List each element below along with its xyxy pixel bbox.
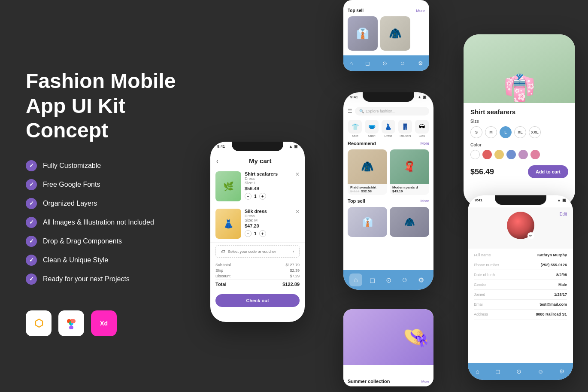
nav-bookmark-browse[interactable]: ◻	[366, 273, 379, 286]
profile-nav-cart[interactable]: ⊙	[516, 368, 521, 375]
qty-minus-1[interactable]: −	[245, 193, 252, 200]
size-options: S M L XL XXL	[470, 126, 568, 138]
cart-item-size-2: Size: M	[245, 218, 292, 222]
check-icon-5	[26, 236, 37, 247]
add-to-cart-button[interactable]: Add to cart	[528, 165, 568, 178]
cart-item-size-1: Size: L	[245, 181, 292, 185]
product-card-1[interactable]: 🧥 Plaid sweatshirt $42.18 $32.58	[348, 149, 387, 195]
topsell-nav-home[interactable]: ⌂	[349, 60, 353, 67]
cart-title: My cart	[222, 157, 299, 164]
cat-trousers[interactable]: 👖 Trousers	[397, 120, 412, 137]
ship-label: Ship	[215, 268, 223, 273]
status-time-cart: 9:41	[217, 144, 225, 149]
nav-user-browse[interactable]: ☺	[398, 273, 411, 286]
color-pink[interactable]	[518, 150, 528, 159]
cart-voucher[interactable]: 🏷 Select your code or voucher ›	[215, 245, 300, 258]
search-bar[interactable]: 🔍 Explore fashion...	[355, 107, 429, 115]
cart-back-btn[interactable]: ‹	[216, 158, 218, 164]
phone-detail: 👘 Shirt seafarers Size S M L XL XXL Colo…	[464, 34, 575, 206]
topsell-nav-cart[interactable]: ⊙	[382, 60, 387, 67]
detail-product-name: Shirt seafarers	[470, 108, 568, 115]
size-XXL[interactable]: XXL	[529, 126, 541, 138]
topsell-nav-bookmark[interactable]: ◻	[365, 60, 370, 67]
size-XL[interactable]: XL	[514, 126, 526, 138]
category-row: 👕 Shirt 🩲 Short 👗 Dress 👖 Trousers 🕶 Gla…	[343, 118, 433, 139]
cart-remove-1[interactable]: ✕	[295, 171, 300, 201]
color-white[interactable]	[470, 150, 480, 159]
field-value-phone: (252) 555-0126	[540, 263, 567, 267]
check-icon-6	[26, 255, 37, 266]
size-M[interactable]: M	[485, 126, 497, 138]
product-grid: 🧥 Plaid sweatshirt $42.18 $32.58 🧣 Moder…	[343, 148, 433, 197]
color-red[interactable]	[482, 150, 492, 159]
color-label: Color	[470, 143, 568, 147]
cat-icon-glasses: 🕶	[415, 120, 429, 134]
size-S[interactable]: S	[470, 126, 482, 138]
phone-status-browse: 9:41 ▲ ▣	[343, 95, 433, 99]
profile-field-gender: Gender Male	[474, 280, 567, 290]
cat-dress[interactable]: 👗 Dress	[381, 120, 396, 137]
avatar-edit-icon[interactable]: ✏	[527, 232, 534, 239]
product-person-img: 👘	[503, 73, 536, 103]
qty-plus-1[interactable]: +	[259, 193, 266, 200]
nav-home-browse[interactable]: ⌂	[349, 273, 362, 286]
topsell-bottom-nav: ⌂ ◻ ⊙ ☺ ⚙	[343, 55, 429, 71]
product-price-1: $32.58	[361, 189, 371, 193]
topsell-card-sm-2[interactable]: 🧥	[380, 16, 410, 51]
topsell-more-small[interactable]: More	[416, 9, 425, 13]
field-label-email: Email	[474, 302, 484, 307]
topsell-nav-settings[interactable]: ⚙	[418, 60, 423, 67]
field-label-dob: Date of birth	[474, 273, 495, 277]
profile-bottom-nav: ⌂ ◻ ⊙ ☺ ⚙	[468, 363, 573, 380]
profile-nav-bookmark[interactable]: ◻	[495, 368, 500, 375]
color-hotpink[interactable]	[530, 150, 540, 159]
phone-profile: 9:41 ▲ ▣ Edit ✏ Full name Kathryn Murphy…	[468, 195, 573, 380]
qty-plus-2[interactable]: +	[259, 230, 266, 237]
tool-icons: ⬡ Xd	[26, 310, 210, 336]
cat-short[interactable]: 🩲 Short	[364, 120, 379, 137]
topsell-label-small: Top sell	[348, 8, 364, 13]
topsell-card-sm-1[interactable]: 👔	[348, 16, 378, 51]
cat-label-shirt: Shirt	[352, 134, 358, 137]
topsell-header-small: Top sell More	[343, 6, 429, 15]
size-L[interactable]: L	[500, 126, 512, 138]
cat-label-trousers: Trousers	[399, 134, 411, 137]
top-sell-card-1[interactable]: 👔	[348, 207, 387, 237]
phone-cart: 9:41 ▲ ▣ ‹ My cart 🌿 Shirt seafarers Dre…	[210, 142, 305, 322]
recommend-header: Recommend More	[343, 139, 433, 148]
profile-nav-settings[interactable]: ⚙	[559, 368, 565, 375]
detail-product-image: 👘	[464, 34, 575, 103]
profile-nav-user[interactable]: ☺	[537, 368, 543, 375]
feature-text-7: Ready for your next Projects	[43, 275, 130, 283]
qty-minus-2[interactable]: −	[245, 230, 252, 237]
checkout-button[interactable]: Check out	[215, 294, 300, 307]
summer-more[interactable]: More	[421, 380, 429, 383]
topsell-nav-user[interactable]: ☺	[400, 60, 405, 67]
feature-text-2: Free Google Fonts	[43, 181, 100, 188]
profile-edit-btn[interactable]: Edit	[560, 212, 567, 216]
product-card-2[interactable]: 🧣 Modern pants d $43.19	[390, 149, 429, 195]
nav-settings-browse[interactable]: ⚙	[415, 273, 427, 286]
recommend-more[interactable]: More	[420, 141, 429, 146]
nav-cart-browse[interactable]: ⊙	[382, 273, 395, 286]
battery-icon-profile: ▣	[562, 198, 566, 202]
cat-glasses[interactable]: 🕶 Glas	[414, 120, 429, 137]
field-value-dob: 8/2/98	[556, 273, 567, 277]
color-yellow[interactable]	[494, 150, 504, 159]
profile-nav-home[interactable]: ⌂	[476, 368, 479, 375]
topsell-more-browse[interactable]: More	[420, 199, 429, 203]
color-blue[interactable]	[506, 150, 516, 159]
cat-shirt[interactable]: 👕 Shirt	[348, 120, 363, 137]
feature-item-6: Clean & Unique Style	[26, 255, 210, 266]
feature-item-2: Free Google Fonts	[26, 179, 210, 190]
wifi-icon-cart: ▲	[289, 144, 293, 149]
cart-remove-2[interactable]: ✕	[295, 209, 300, 239]
summary-discount: Discount $7.29	[215, 274, 300, 278]
profile-fields: Full name Kathryn Murphy Phone number (2…	[468, 249, 573, 321]
voucher-text: Select your code or voucher	[228, 249, 276, 254]
top-sell-row: 👔 🧥	[343, 205, 433, 239]
top-sell-card-2[interactable]: 🧥	[390, 207, 429, 237]
filter-icon[interactable]: ☰	[348, 108, 352, 114]
status-right-cart: ▲ ▣	[289, 144, 298, 149]
profile-field-dob: Date of birth 8/2/98	[474, 270, 567, 280]
